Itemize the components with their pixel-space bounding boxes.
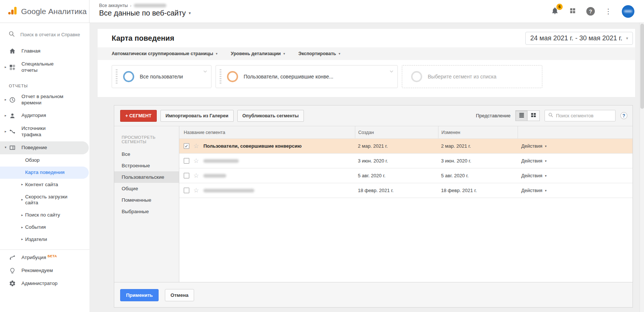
sidebar-item-отчет-в-реальном-времени[interactable]: ▸Отчет в реальном времени [0, 90, 89, 110]
sidebar-item-события[interactable]: ▸События [0, 221, 89, 234]
star-icon[interactable]: ☆ [193, 143, 199, 149]
redacted-segment-name [203, 159, 239, 163]
cancel-button[interactable]: Отмена [165, 289, 194, 301]
sidebar-item-label: События [25, 224, 46, 231]
segment-filter-помеченные[interactable]: Помеченные [114, 194, 179, 206]
modified-date: 5 авг. 2020 г. [438, 173, 518, 178]
star-icon[interactable]: ☆ [193, 158, 199, 164]
chevron-right-icon[interactable]: ▸ [3, 98, 8, 102]
main-content: Карта поведения 24 мая 2021 г. - 30 мая … [89, 23, 644, 312]
sidebar-item-label: Обзор [25, 157, 40, 164]
breadcrumb-all-accounts[interactable]: Все аккаунты [99, 3, 128, 8]
logo-area[interactable]: Google Аналитика [0, 0, 89, 23]
grid-view-toggle[interactable] [528, 110, 540, 121]
list-view-toggle[interactable] [515, 110, 528, 121]
star-icon[interactable]: ☆ [193, 172, 199, 179]
sidebar-item-обзор[interactable]: Обзор [0, 154, 89, 167]
sidebar-divider [0, 249, 89, 250]
toolbar-menu-уровень-детализации[interactable]: Уровень детализации▾ [231, 51, 285, 56]
segment-filter-встроенные[interactable]: Встроенные [114, 160, 179, 171]
help-button[interactable]: ? [586, 7, 595, 16]
add-segment-button[interactable]: + СЕГМЕНТ [120, 110, 157, 122]
property-selector[interactable]: Все данные по веб-сайту ▾ [99, 9, 191, 17]
chevron-down-icon[interactable]: ▾ [3, 146, 8, 150]
segment-filter-пользовательские[interactable]: Пользовательские [114, 171, 179, 183]
chevron-right-icon[interactable]: ▸ [3, 130, 8, 134]
sidebar-item-карта-поведения[interactable]: Карта поведения [0, 167, 89, 179]
sidebar-item-издатели[interactable]: ▸Издатели [0, 234, 89, 246]
publish-segments-button[interactable]: Опубликовать сегменты [237, 110, 304, 122]
segment-filter-общие[interactable]: Общие [114, 183, 179, 194]
table-row[interactable]: ☆18 февр. 2021 г.18 февр. 2021 г.Действи… [179, 183, 633, 198]
segment-name-cell: ☆ [179, 158, 355, 164]
chevron-right-icon[interactable]: ▸ [3, 65, 8, 69]
chevron-down-icon[interactable] [202, 68, 208, 76]
bell-icon [551, 10, 559, 16]
apps-grid-button[interactable] [569, 7, 576, 16]
segment-chip-выберите-сегмент-из-списка[interactable]: Выберите сегмент из списка [402, 65, 542, 88]
sidebar-item-специальные-отчеты[interactable]: ▸Специальные отчеты [0, 58, 89, 77]
avatar[interactable] [622, 5, 634, 18]
toolbar-menu-автоматически-сгруппированные-страницы[interactable]: Автоматически сгруппированные страницы▾ [112, 51, 217, 56]
segment-filter-все[interactable]: Все [114, 148, 179, 160]
table-row[interactable]: ☆5 авг. 2020 г.5 авг. 2020 г.Действия▾ [179, 168, 633, 183]
column-header-name[interactable]: Название сегмента [179, 126, 355, 138]
chevron-down-icon[interactable] [389, 68, 394, 76]
sidebar-item-администратор[interactable]: Администратор [0, 277, 89, 290]
star-icon[interactable]: ☆ [193, 187, 199, 194]
row-checkbox[interactable] [184, 188, 189, 193]
page-scrollbar[interactable] [640, 23, 644, 312]
chevron-right-icon[interactable]: ▸ [20, 238, 24, 242]
segment-name[interactable]: Пользователи, совершившие конверсию [203, 143, 302, 149]
drag-handle-icon[interactable] [116, 69, 118, 84]
sidebar-item-источники-трафика[interactable]: ▸Источники трафика [0, 122, 89, 141]
created-date: 3 июн. 2020 г. [355, 158, 438, 164]
actions-menu[interactable]: Действия▾ [521, 173, 547, 178]
row-checkbox[interactable] [184, 173, 189, 178]
drag-handle-icon[interactable] [220, 69, 221, 84]
sidebar-item-контент-сайта[interactable]: ▸Контент сайта [0, 179, 89, 191]
sidebar-item-рекомендуем[interactable]: Рекомендуем [0, 264, 89, 277]
row-checkbox[interactable]: ✓ [184, 143, 189, 149]
actions-label: Действия [521, 143, 542, 149]
segment-help-button[interactable]: ? [620, 112, 627, 119]
chevron-down-icon: ▾ [284, 52, 285, 56]
column-header-created[interactable]: Создан [355, 126, 438, 138]
toolbar-menu-экспортировать[interactable]: Экспортировать▾ [298, 51, 340, 56]
sidebar-item-поиск-по-сайту[interactable]: ▸Поиск по сайту [0, 209, 89, 221]
segment-panel-toolbar: + СЕГМЕНТ Импортировать из Галереи Опубл… [114, 105, 633, 126]
actions-menu[interactable]: Действия▾ [521, 188, 547, 193]
chevron-right-icon[interactable]: ▸ [20, 182, 24, 187]
segment-search-input[interactable] [556, 113, 608, 118]
chevron-right-icon[interactable]: ▸ [20, 225, 24, 229]
actions-menu[interactable]: Действия▾ [521, 143, 547, 149]
sidebar-item-аудитория[interactable]: ▸Аудитория [0, 109, 89, 122]
sidebar-item-атрибуция[interactable]: АтрибуцияБЕТА [0, 251, 89, 264]
chevron-right-icon[interactable]: ▸ [20, 198, 24, 202]
segment-chip-все-пользователи[interactable]: Все пользователи [112, 65, 211, 88]
modified-date: 3 июн. 2020 г. [438, 158, 518, 164]
sidebar-search[interactable] [0, 23, 89, 45]
chevron-right-icon[interactable]: ▸ [3, 114, 8, 118]
segment-filter-выбранные[interactable]: Выбранные [114, 206, 179, 217]
row-checkbox[interactable] [184, 158, 189, 164]
sidebar-item-главная[interactable]: Главная [0, 45, 89, 58]
modified-date: 2 мар. 2021 г. [438, 143, 518, 149]
chevron-right-icon[interactable]: ▸ [20, 213, 24, 217]
table-row[interactable]: ☆3 июн. 2020 г.3 июн. 2020 г.Действия▾ [179, 154, 633, 168]
table-row[interactable]: ✓☆Пользователи, совершившие конверсию2 м… [179, 139, 633, 154]
column-header-modified[interactable]: Изменен [438, 126, 518, 138]
segment-manager-panel: + СЕГМЕНТ Импортировать из Галереи Опубл… [114, 105, 633, 308]
search-input[interactable] [20, 32, 82, 37]
scrollbar-thumb[interactable] [640, 24, 644, 109]
actions-menu[interactable]: Действия▾ [521, 158, 547, 164]
import-from-gallery-button[interactable]: Импортировать из Галереи [160, 110, 234, 122]
date-range-picker[interactable]: 24 мая 2021 г. - 30 мая 2021 г. ▾ [525, 32, 633, 45]
kebab-menu-icon[interactable]: ⋮ [605, 8, 612, 15]
sidebar-item-скорость-загрузки-сайта[interactable]: ▸Скорость загрузки сайта [0, 191, 89, 209]
notifications-button[interactable]: 6 [551, 7, 559, 16]
apply-button[interactable]: Применить [120, 289, 159, 301]
segment-search[interactable] [545, 110, 616, 121]
sidebar-item-поведение[interactable]: ▾Поведение [0, 141, 89, 154]
segment-chip-пользователи-совершившие-конве[interactable]: Пользователи, совершившие конве... [216, 65, 398, 88]
